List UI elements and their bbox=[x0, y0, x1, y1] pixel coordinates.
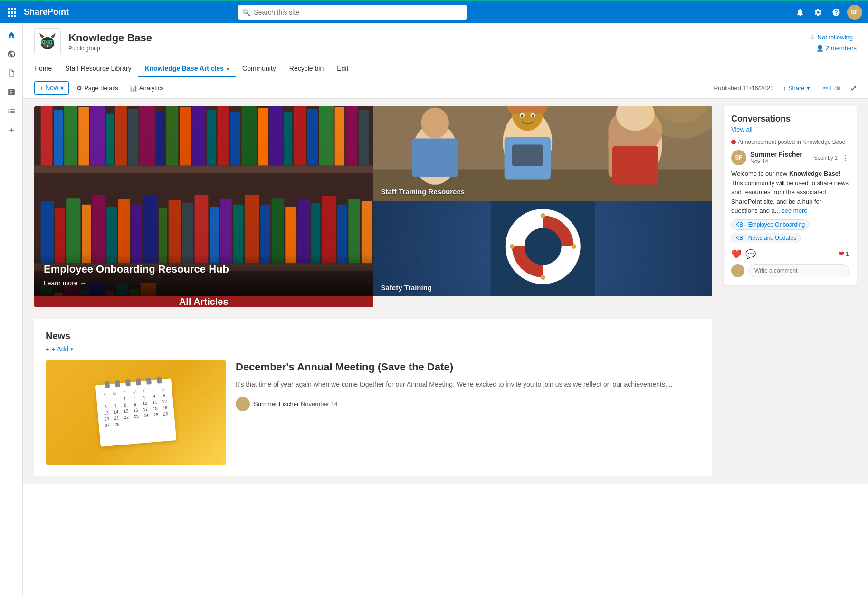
sidebar-add-icon[interactable] bbox=[3, 122, 20, 139]
tag-row: KB - Employee Onboarding KB - News and U… bbox=[731, 219, 849, 243]
news-author-avatar bbox=[236, 397, 250, 411]
announcement-label: Announcement posted in Knowledge Base bbox=[731, 139, 849, 145]
svg-point-22 bbox=[50, 41, 52, 43]
conv-date: Nov 14 bbox=[750, 158, 810, 165]
waffle-menu-icon[interactable] bbox=[6, 6, 18, 19]
news-article-title[interactable]: December's Annual Meeting (Save the Date… bbox=[236, 360, 701, 374]
site-header-info: Knowledge Base Public group bbox=[68, 32, 799, 52]
published-date: Published 11/16/2023 bbox=[714, 85, 774, 92]
members-count: 2 members bbox=[826, 45, 857, 52]
tag-news-updates[interactable]: KB - News and Updates bbox=[731, 233, 801, 243]
news-author-text: Summer Fischer November 14 bbox=[254, 400, 338, 407]
hero-section: Employee Onboarding Resource Hub Learn m… bbox=[34, 106, 712, 476]
topbar-right-actions: SF bbox=[793, 5, 862, 20]
user-avatar[interactable]: SF bbox=[847, 5, 862, 20]
page-content: Employee Onboarding Resource Hub Learn m… bbox=[23, 99, 868, 484]
main-layout: Knowledge Base Public group ☆ Not follow… bbox=[0, 23, 868, 596]
new-chevron-icon: ▾ bbox=[60, 84, 64, 92]
sidebar-pages-icon[interactable] bbox=[3, 65, 20, 82]
conv-seen-by: Seen by 1 bbox=[814, 155, 838, 161]
search-input[interactable] bbox=[238, 5, 467, 20]
search-box: 🔍 bbox=[238, 5, 467, 20]
hero-staff-training[interactable]: Staff Training Resources bbox=[373, 106, 713, 201]
svg-point-96 bbox=[421, 108, 448, 139]
conv-more-button[interactable]: ⋮ bbox=[841, 153, 849, 162]
like-count-number: 1 bbox=[846, 250, 849, 257]
site-logo bbox=[34, 28, 61, 55]
svg-point-105 bbox=[521, 114, 523, 117]
site-header-actions: ☆ Not following 👤 2 members bbox=[806, 32, 857, 52]
news-add-button[interactable]: + + Add ▾ bbox=[46, 345, 701, 353]
analytics-button[interactable]: 📊 Analytics bbox=[126, 82, 168, 94]
toolbar-left: + New ▾ ⚙ Page details 📊 Analytics bbox=[34, 81, 710, 95]
notifications-icon[interactable] bbox=[793, 6, 807, 19]
svg-point-121 bbox=[571, 244, 576, 249]
toolbar-right: Published 11/16/2023 ↑ Share ▾ ✏ Edit ⤢ bbox=[714, 83, 857, 94]
sidebar-doc-icon[interactable] bbox=[3, 84, 20, 101]
comment-icon[interactable]: 💬 bbox=[745, 249, 756, 259]
svg-point-106 bbox=[532, 114, 534, 117]
members-button[interactable]: 👤 2 members bbox=[816, 45, 857, 52]
nav-item-staff-resource-library[interactable]: Staff Resource Library bbox=[58, 61, 138, 77]
news-article-body: It's that time of year again when we com… bbox=[236, 379, 701, 389]
conv-author-row: SF Summer Fischer Nov 14 Seen by 1 ⋮ bbox=[731, 150, 849, 165]
svg-point-120 bbox=[540, 213, 545, 218]
svg-rect-108 bbox=[512, 145, 543, 166]
content-area: Knowledge Base Public group ☆ Not follow… bbox=[23, 23, 868, 596]
news-card: SMTWTFS123456789101112131415161718192021… bbox=[46, 360, 701, 476]
not-following-label: Not following bbox=[818, 34, 853, 41]
nav-item-recycle-bin[interactable]: Recycle bin bbox=[283, 61, 330, 77]
hero-safety-training[interactable]: Safety Training bbox=[373, 201, 713, 296]
add-icon: + bbox=[46, 345, 49, 353]
analytics-icon: 📊 bbox=[130, 85, 137, 92]
svg-rect-4 bbox=[11, 11, 13, 14]
share-button[interactable]: ↑ Share ▾ bbox=[779, 83, 813, 94]
svg-rect-8 bbox=[14, 15, 16, 17]
news-author-date: November 14 bbox=[301, 400, 338, 407]
sidebar-home-icon[interactable] bbox=[3, 27, 20, 44]
settings-icon[interactable] bbox=[811, 6, 825, 19]
nav-item-home[interactable]: Home bbox=[34, 61, 58, 77]
see-more-link[interactable]: see more bbox=[782, 207, 807, 214]
edit-button[interactable]: ✏ Edit bbox=[820, 83, 845, 94]
svg-point-119 bbox=[525, 229, 560, 264]
hero-all-articles[interactable]: All Articles bbox=[34, 296, 373, 307]
new-button[interactable]: + New ▾ bbox=[34, 81, 69, 95]
hero-bottom-left-title: Safety Training bbox=[381, 284, 432, 292]
nav-item-knowledge-base-articles[interactable]: Knowledge Base Articles ▾ bbox=[138, 61, 236, 77]
page-details-button[interactable]: ⚙ Page details bbox=[73, 82, 122, 94]
nav-chevron-icon: ▾ bbox=[227, 66, 229, 72]
site-subtitle: Public group bbox=[68, 45, 799, 52]
hero-top-right-title: Staff Training Resources bbox=[381, 188, 465, 196]
conversations-card: Conversations View all Announcement post… bbox=[724, 106, 857, 285]
news-section: News + + Add ▾ bbox=[34, 319, 712, 476]
comment-box bbox=[731, 264, 849, 277]
calendar-visual: SMTWTFS123456789101112131415161718192021… bbox=[95, 378, 177, 446]
expand-button[interactable]: ⤢ bbox=[850, 84, 857, 93]
like-button[interactable]: ❤️ bbox=[731, 249, 742, 259]
comment-input[interactable] bbox=[748, 264, 849, 277]
nav-item-edit[interactable]: Edit bbox=[330, 61, 355, 77]
announcement-dot-icon bbox=[731, 140, 736, 144]
conversations-panel: Conversations View all Announcement post… bbox=[724, 106, 857, 476]
svg-rect-3 bbox=[8, 11, 10, 14]
sidebar-globe-icon[interactable] bbox=[3, 46, 20, 63]
hero-employee-onboarding[interactable]: Employee Onboarding Resource Hub Learn m… bbox=[34, 106, 373, 296]
tag-employee-onboarding[interactable]: KB - Employee Onboarding bbox=[731, 219, 809, 230]
view-all-link[interactable]: View all bbox=[731, 126, 849, 133]
news-author-name: Summer Fischer bbox=[254, 400, 299, 407]
not-following-button[interactable]: ☆ Not following bbox=[806, 32, 857, 43]
svg-point-21 bbox=[43, 41, 45, 43]
svg-rect-2 bbox=[14, 8, 16, 10]
sidebar-list-icon[interactable] bbox=[3, 103, 20, 120]
nav-item-community[interactable]: Community bbox=[236, 61, 283, 77]
svg-rect-1 bbox=[11, 8, 13, 10]
new-label: New bbox=[45, 84, 58, 92]
hero-bottom-left-overlay: Safety Training bbox=[373, 279, 713, 296]
details-icon: ⚙ bbox=[76, 85, 82, 92]
news-thumbnail[interactable]: SMTWTFS123456789101112131415161718192021… bbox=[46, 360, 226, 465]
hero-large-overlay: Employee Onboarding Resource Hub Learn m… bbox=[34, 254, 373, 296]
help-icon[interactable] bbox=[829, 6, 843, 19]
site-navigation: Home Staff Resource Library Knowledge Ba… bbox=[34, 59, 857, 77]
hero-large-link[interactable]: Learn more → bbox=[44, 279, 364, 287]
